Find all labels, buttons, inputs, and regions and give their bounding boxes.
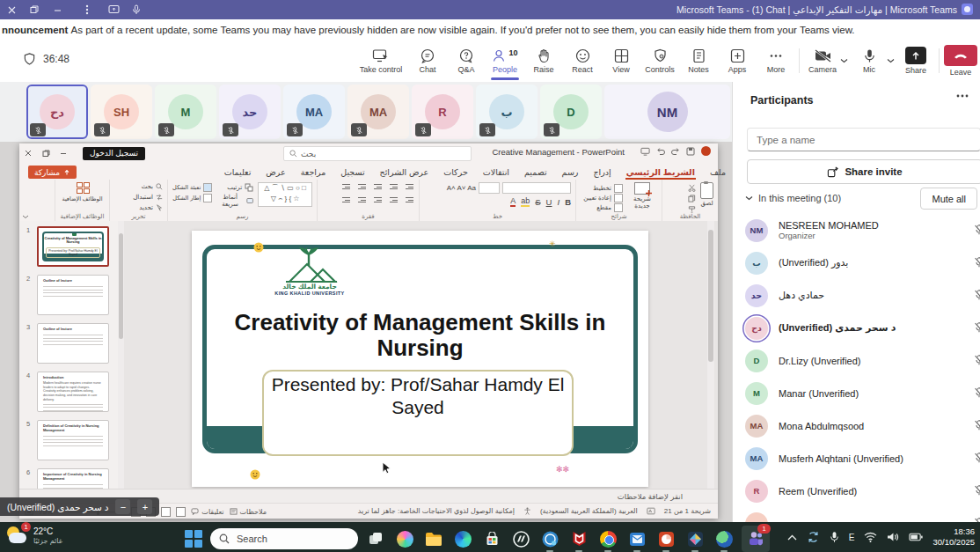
participant-row[interactable]: M Manar (Unverified) (733, 377, 980, 409)
font-color-button[interactable]: A (510, 197, 516, 207)
take-control-button[interactable]: Take control (354, 40, 408, 82)
ppt-tab[interactable]: ملف (709, 166, 727, 180)
normal-view-button[interactable] (176, 507, 186, 517)
slide-subtitle-box[interactable]: Presented by: Prof/Sahar Hamdy El Sayed (262, 370, 574, 456)
participant-search-input[interactable] (747, 128, 980, 151)
powerpoint-taskbar-icon[interactable] (655, 527, 677, 550)
start-button[interactable] (183, 527, 204, 550)
participant-row[interactable]: ب بدور (Unverified) (733, 247, 980, 279)
participant-mic-muted-icon[interactable] (973, 452, 980, 464)
view-button[interactable]: View (602, 40, 640, 82)
weather-widget[interactable]: 1 22°C غائم جزئيًا (5, 525, 62, 548)
mic-status-icon[interactable] (125, 0, 148, 19)
mail-app-icon[interactable] (625, 527, 648, 550)
battery-icon[interactable] (909, 533, 923, 541)
edge-icon[interactable] (451, 527, 474, 550)
align-left-icon[interactable] (373, 195, 383, 204)
zoom-out-overlay-button[interactable]: − (115, 499, 130, 514)
copilot-icon[interactable] (393, 527, 416, 550)
participant-tile[interactable]: دح (26, 85, 88, 139)
chrome-icon[interactable] (596, 527, 619, 550)
line-spacing-icon[interactable] (341, 182, 351, 191)
participant-tile[interactable]: R (412, 85, 473, 139)
numbering-icon[interactable] (389, 182, 399, 191)
highlight-color-button[interactable]: ab (521, 197, 530, 207)
ppt-tab[interactable]: تسجيل (340, 166, 365, 180)
participant-tile[interactable]: NM (604, 85, 730, 139)
close-window-icon[interactable] (0, 0, 23, 19)
notes-button[interactable]: Notes (679, 40, 718, 82)
ppt-tab[interactable]: مراجعة (300, 166, 327, 180)
minimize-window-icon[interactable] (46, 0, 69, 19)
slide-canvas[interactable]: جامعة الملك خالد KING KHALID UNIVERSITY … (192, 231, 648, 487)
volume-icon[interactable] (887, 532, 899, 542)
slide-thumbnail[interactable]: 2 Creativity of Management Skills in Nur… (19, 275, 118, 323)
participant-mic-muted-icon[interactable] (973, 224, 980, 236)
hp-icon[interactable] (509, 527, 532, 550)
find-button[interactable]: بحث (142, 182, 163, 191)
new-slide-button[interactable]: شريحة جديدة (627, 182, 657, 210)
mcafee-icon[interactable] (567, 527, 590, 550)
participant-mic-muted-icon[interactable] (973, 256, 980, 269)
shapes-gallery[interactable]: □ ○ ▭ ∖ ⌒ △ ☆ } { ⌢ ▽ (258, 182, 312, 207)
mute-all-button[interactable]: Mute all (920, 188, 977, 210)
justify-icon[interactable] (357, 195, 367, 204)
ppt-tab[interactable]: انتقالات (482, 166, 510, 180)
font-style-button[interactable]: S (535, 197, 540, 207)
font-size-select[interactable] (479, 182, 500, 194)
notes-toggle-button[interactable]: ملاحظات (230, 508, 267, 516)
participant-mic-muted-icon[interactable] (973, 321, 980, 334)
arrange-button[interactable]: ترتيب (216, 183, 253, 192)
addins-button[interactable]: الوظائف الإضافية (61, 182, 105, 202)
slide-thumbnail[interactable]: 4 Creativity of Management Skills in Nur… (19, 372, 118, 420)
slide-sorter-view-button[interactable] (161, 507, 171, 517)
university-logo[interactable]: جامعة الملك خالد KING KHALID UNIVERSITY (261, 247, 358, 296)
raise-hand-button[interactable]: Raise (524, 40, 563, 82)
copy-icon[interactable] (688, 195, 696, 202)
tray-chevron-up-icon[interactable] (787, 534, 797, 541)
language-indicator[interactable]: E (849, 533, 855, 542)
participant-row[interactable]: MA Mona Abdulmqsood (733, 409, 980, 442)
screen-share-status-icon[interactable] (102, 0, 125, 19)
ppt-tab[interactable]: الشريط الرئيسي (625, 166, 696, 180)
save-icon[interactable] (686, 147, 695, 156)
task-view-icon[interactable] (364, 527, 387, 550)
participant-row[interactable] (733, 507, 980, 522)
font-style-button[interactable]: I (557, 197, 559, 207)
slide-scrollbar[interactable] (707, 221, 714, 489)
align-center-icon[interactable] (389, 195, 399, 204)
share-button[interactable]: Share (896, 40, 935, 82)
layout-button[interactable]: تخطيط (583, 184, 623, 193)
participant-mic-muted-icon[interactable] (973, 386, 980, 399)
participant-tile[interactable]: SH (91, 85, 152, 139)
hp-support-icon[interactable] (538, 527, 561, 550)
tray-mic-icon[interactable] (830, 531, 839, 543)
format-painter-icon[interactable] (688, 205, 696, 213)
status-accessibility[interactable]: إمكانية الوصول لذوي الاحتياجات الخاصة: ج… (358, 507, 515, 515)
participant-mic-muted-icon[interactable] (973, 289, 980, 301)
participant-row[interactable]: دح د سحر حمدى (Unverified) (733, 312, 980, 344)
ppt-close-icon[interactable] (19, 144, 37, 162)
participant-row[interactable]: R Reem (Unverified) (733, 475, 980, 507)
ppt-tab[interactable]: حركات (442, 166, 468, 180)
more-options-icon[interactable] (76, 0, 99, 19)
sync-icon[interactable] (807, 531, 820, 543)
thumbnail-scrollbar[interactable] (118, 221, 124, 489)
slide-thumbnail[interactable]: 1 Creativity of Management Skills in Nur… (19, 226, 118, 275)
zoom-in-overlay-button[interactable]: + (137, 499, 152, 514)
participant-mic-muted-icon[interactable] (973, 419, 980, 431)
comments-button[interactable]: تعليقات (191, 508, 223, 516)
participants-more-icon[interactable] (956, 94, 969, 98)
spellcheck-icon[interactable] (647, 507, 655, 515)
file-explorer-icon[interactable] (422, 527, 445, 550)
participant-row[interactable]: D Dr.Lizy (Unverified) (733, 344, 980, 377)
camera-button[interactable]: Camera (803, 40, 842, 82)
participant-tile[interactable]: ب (476, 85, 538, 139)
taskbar-clock[interactable]: 18:36 30/10/2025 (932, 526, 975, 548)
redo-icon[interactable] (671, 147, 680, 156)
paste-button[interactable]: لصق (700, 182, 713, 207)
participant-tile[interactable]: MA (283, 85, 345, 139)
ppt-tab[interactable]: عرض الشرائح (379, 166, 430, 180)
participant-tile[interactable]: MA (347, 85, 409, 139)
participant-mic-muted-icon[interactable] (973, 354, 980, 366)
